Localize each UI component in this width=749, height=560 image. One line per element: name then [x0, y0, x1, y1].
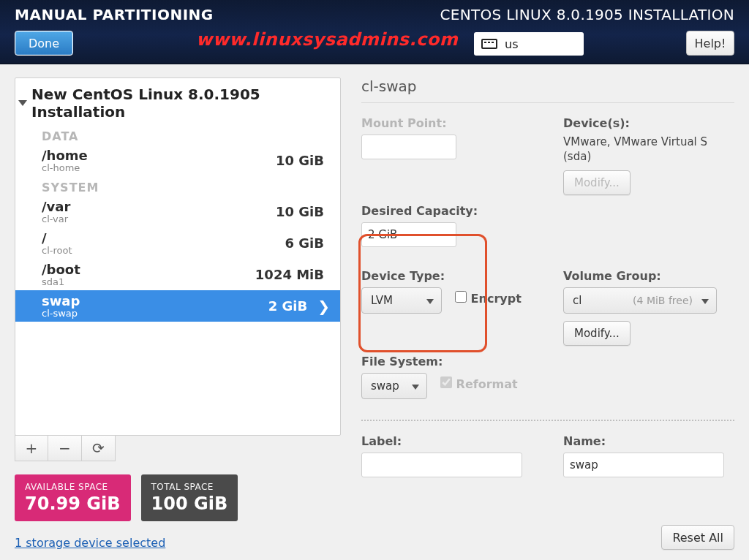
remove-partition-button[interactable]: − — [48, 435, 82, 461]
reformat-checkbox-input — [440, 377, 452, 388]
keyboard-layout-value: us — [505, 37, 518, 51]
dotted-divider — [361, 420, 734, 421]
available-space-label: AVAILABLE SPACE — [25, 482, 121, 492]
encrypt-label: Encrypt — [471, 292, 522, 306]
partition-device: cl-var — [42, 213, 70, 224]
storage-devices-link[interactable]: 1 storage device selected — [15, 536, 341, 550]
partition-mount: /var — [42, 199, 70, 214]
page-title-left: MANUAL PARTITIONING — [15, 6, 214, 23]
total-space-label: TOTAL SPACE — [151, 482, 228, 492]
volume-group-select[interactable]: cl (4 MiB free) — [563, 287, 717, 314]
mount-point-field: Mount Point: — [361, 116, 544, 159]
desired-capacity-field: Desired Capacity: — [361, 204, 544, 247]
partition-size: 6 GiB — [285, 235, 330, 251]
desired-capacity-label: Desired Capacity: — [361, 204, 544, 218]
filesystem-label: File System: — [361, 355, 544, 368]
partition-row-root[interactable]: / cl-root 6 GiB — [15, 227, 340, 259]
devices-modify-button[interactable]: Modify... — [563, 170, 631, 195]
partition-toolbar: + − ⟳ — [15, 435, 341, 461]
partition-mount: /boot — [42, 262, 80, 277]
header-bar: MANUAL PARTITIONING CENTOS LINUX 8.0.190… — [0, 0, 749, 64]
volume-group-field: Volume Group: cl (4 MiB free) Modify... — [563, 269, 734, 346]
total-space-value: 100 GiB — [151, 493, 228, 514]
reset-all-button[interactable]: Reset All — [661, 525, 734, 550]
watermark-text: www.linuxsysadmins.com — [196, 29, 458, 50]
device-type-select[interactable]: LVM — [361, 287, 442, 314]
encrypt-checkbox-input[interactable] — [455, 291, 467, 303]
keyboard-icon — [481, 39, 497, 49]
filesystem-value: swap — [371, 379, 399, 393]
done-button[interactable]: Done — [15, 31, 73, 56]
filesystem-field: File System: swap Reformat — [361, 355, 544, 399]
device-type-field: Device Type: LVM Encrypt — [361, 269, 544, 314]
partition-tree: New CentOS Linux 8.0.1905 Installation D… — [15, 77, 341, 436]
desired-capacity-input[interactable] — [361, 222, 456, 247]
reload-button[interactable]: ⟳ — [82, 435, 116, 461]
collapse-icon — [18, 100, 27, 106]
device-type-label: Device Type: — [361, 269, 544, 283]
category-data: DATA — [15, 125, 340, 145]
tree-heading-text: New CentOS Linux 8.0.1905 Installation — [31, 86, 334, 121]
partition-device: cl-root — [42, 245, 72, 256]
partition-size: 10 GiB — [276, 204, 330, 219]
volume-group-value: cl — [573, 294, 581, 307]
keyboard-layout-selector[interactable]: us — [474, 32, 584, 56]
partition-size: 2 GiB — [268, 298, 313, 314]
left-panel: New CentOS Linux 8.0.1905 Installation D… — [0, 64, 348, 560]
name-field: Name: — [563, 434, 734, 477]
partition-device: cl-home — [42, 162, 88, 173]
tree-heading[interactable]: New CentOS Linux 8.0.1905 Installation — [15, 83, 340, 125]
divider — [361, 102, 734, 103]
devices-text: VMware, VMware Virtual S (sda) — [563, 135, 734, 164]
name-input[interactable] — [563, 453, 724, 477]
partition-mount: swap — [42, 293, 80, 309]
label-field: Label: — [361, 434, 544, 477]
page-title-right: CENTOS LINUX 8.0.1905 INSTALLATION — [440, 6, 735, 23]
reformat-label: Reformat — [456, 377, 518, 391]
volume-group-free: (4 MiB free) — [633, 295, 693, 306]
name-label: Name: — [563, 434, 734, 448]
partition-size: 10 GiB — [276, 153, 330, 168]
total-space-badge: TOTAL SPACE 100 GiB — [141, 474, 238, 521]
available-space-badge: AVAILABLE SPACE 70.99 GiB — [15, 474, 131, 521]
partition-device: sda1 — [42, 276, 80, 287]
encrypt-checkbox[interactable]: Encrypt — [455, 291, 522, 306]
partition-row-var[interactable]: /var cl-var 10 GiB — [15, 196, 340, 227]
partition-row-home[interactable]: /home cl-home 10 GiB — [15, 145, 340, 176]
reformat-checkbox: Reformat — [440, 377, 518, 391]
device-type-value: LVM — [371, 294, 393, 307]
label-label: Label: — [361, 434, 544, 448]
devices-label: Device(s): — [563, 116, 734, 130]
help-button[interactable]: Help! — [686, 31, 734, 56]
partition-device: cl-swap — [42, 308, 80, 319]
devices-field: Device(s): VMware, VMware Virtual S (sda… — [563, 116, 734, 195]
right-panel: cl-swap Mount Point: Device(s): VMware, … — [348, 64, 749, 560]
partition-mount: / — [42, 230, 72, 246]
partition-size: 1024 MiB — [255, 267, 330, 282]
filesystem-select[interactable]: swap — [361, 373, 427, 399]
available-space-value: 70.99 GiB — [25, 493, 121, 514]
partition-row-boot[interactable]: /boot sda1 1024 MiB — [15, 259, 340, 290]
mount-point-label: Mount Point: — [361, 116, 544, 130]
label-input[interactable] — [361, 453, 522, 477]
volume-group-modify-button[interactable]: Modify... — [563, 321, 631, 346]
details-title: cl-swap — [361, 77, 734, 95]
chevron-right-icon: ❯ — [313, 298, 330, 315]
category-system: SYSTEM — [15, 176, 340, 196]
partition-mount: /home — [42, 148, 88, 163]
add-partition-button[interactable]: + — [15, 435, 48, 461]
volume-group-label: Volume Group: — [563, 269, 734, 283]
mount-point-input[interactable] — [361, 135, 456, 159]
partition-row-swap[interactable]: swap cl-swap 2 GiB ❯ — [15, 290, 340, 322]
